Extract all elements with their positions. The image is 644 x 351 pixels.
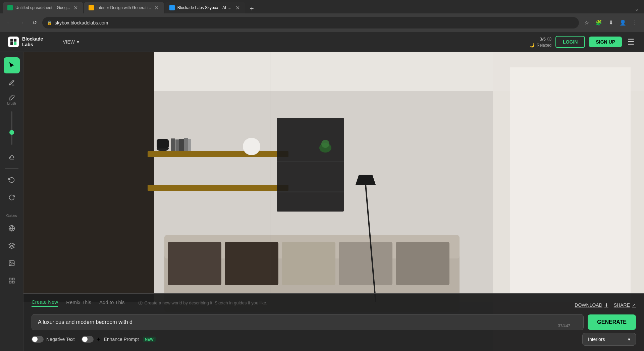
hamburger-menu-button[interactable]: ☰ (626, 36, 636, 48)
prompt-row: GENERATE (32, 314, 636, 330)
tab-collapse-button[interactable]: ⌄ (632, 4, 641, 13)
svg-rect-1 (14, 39, 16, 41)
tab-remix-this[interactable]: Remix This (66, 299, 91, 306)
tab-blockade-label: Blockade Labs Skybox – AI-G... (177, 5, 232, 10)
docs-favicon (89, 5, 94, 10)
view-label: VIEW (63, 39, 75, 45)
svg-rect-30 (277, 118, 344, 212)
quota-count: 3/5 ⓘ (540, 36, 551, 42)
tab-add-to-this[interactable]: Add to This (99, 299, 125, 306)
tool-grid[interactable] (4, 273, 20, 289)
quota-info-icon[interactable]: ⓘ (547, 36, 551, 42)
tool-brush[interactable]: Brush (4, 92, 20, 107)
style-chevron-icon: ▾ (628, 337, 630, 342)
style-label: Interiors (588, 337, 605, 342)
svg-rect-23 (175, 139, 179, 151)
tool-pen[interactable] (4, 75, 20, 91)
browser-chrome: Untitled spreadsheet – Goog... ✕ Interio… (0, 0, 644, 32)
download-icon: ⬇ (604, 302, 608, 308)
negative-text-toggle[interactable] (32, 336, 44, 343)
logo-text: Blockade Labs (22, 36, 43, 48)
svg-rect-3 (14, 42, 16, 45)
svg-rect-37 (168, 242, 221, 285)
svg-rect-25 (184, 138, 188, 151)
forward-button[interactable]: → (17, 18, 27, 28)
negative-text-group: Negative Text (32, 336, 75, 343)
brush-label: Brush (7, 102, 16, 105)
sidebar-separator-2 (5, 209, 18, 209)
undo-icon (8, 177, 15, 183)
download-nav-button[interactable]: ⬇ (606, 18, 616, 28)
login-button[interactable]: LOGIN (555, 36, 585, 48)
svg-rect-22 (171, 138, 175, 151)
tab-hint: ⓘ Create a new world by describing it. S… (138, 300, 267, 306)
tab-sheets[interactable]: Untitled spreadsheet – Goog... ✕ (3, 2, 83, 13)
tool-layers[interactable] (4, 238, 20, 254)
tab-blockade[interactable]: Blockade Labs Skybox – AI-G... ✕ (165, 2, 245, 13)
profile-button[interactable]: 👤 (618, 18, 628, 28)
view-chevron-icon: ▾ (77, 39, 79, 45)
tool-globe[interactable] (4, 220, 20, 236)
tool-image[interactable] (4, 255, 20, 271)
tab-bar: Untitled spreadsheet – Goog... ✕ Interio… (0, 0, 644, 13)
svg-point-8 (10, 262, 11, 263)
extensions-button[interactable]: 🧩 (594, 18, 604, 28)
svg-rect-12 (9, 281, 11, 283)
brush-size-slider[interactable] (11, 109, 12, 148)
app: Blockade Labs VIEW ▾ 3/5 ⓘ 🌙 Relaxed LOG… (0, 32, 644, 351)
enhance-prompt-toggle[interactable] (82, 336, 94, 343)
svg-rect-11 (12, 281, 14, 283)
quota-moon-icon: 🌙 (530, 43, 535, 48)
svg-marker-6 (9, 243, 14, 246)
svg-rect-32 (277, 191, 344, 192)
reload-button[interactable]: ↺ (30, 18, 40, 28)
download-label: DOWNLOAD (575, 302, 602, 308)
brush-icon (8, 94, 15, 101)
tool-cursor[interactable] (4, 57, 20, 73)
enhance-prompt-group: ✦ Enhance Prompt NEW (82, 336, 156, 343)
tab-sheets-label: Untitled spreadsheet – Goog... (15, 5, 70, 10)
tool-eraser[interactable] (4, 149, 20, 165)
topbar: Blockade Labs VIEW ▾ 3/5 ⓘ 🌙 Relaxed LOG… (0, 32, 644, 52)
address-bar[interactable]: 🔒 skybox.blockadelabs.com (42, 17, 579, 28)
nav-actions: ☆ 🧩 ⬇ 👤 ⋮ (582, 18, 640, 28)
sheets-favicon (7, 5, 13, 10)
tab-blockade-close[interactable]: ✕ (235, 4, 240, 12)
svg-rect-26 (188, 139, 191, 151)
back-button[interactable]: ← (4, 18, 14, 28)
view-button[interactable]: VIEW ▾ (59, 37, 83, 47)
hint-icon: ⓘ (138, 300, 143, 306)
style-selector[interactable]: Interiors ▾ (582, 333, 636, 346)
new-tab-button[interactable]: + (247, 4, 257, 13)
bookmark-button[interactable]: ☆ (582, 18, 592, 28)
enhance-icon: ✦ (96, 336, 101, 343)
address-text: skybox.blockadelabs.com (55, 20, 108, 25)
logo-icon (8, 37, 19, 47)
signup-button[interactable]: SIGN UP (589, 37, 622, 47)
tab-docs[interactable]: Interior Design with Generati... ✕ (84, 2, 164, 13)
bottom-tabs: Create New Remix This Add to This ⓘ Crea… (32, 299, 267, 307)
prompt-counter: 37/447 (558, 324, 570, 328)
globe-icon (8, 225, 15, 232)
cursor-icon (8, 62, 15, 69)
svg-point-29 (243, 138, 260, 155)
tab-sheets-close[interactable]: ✕ (73, 4, 78, 12)
share-button[interactable]: SHARE ↗ (614, 302, 636, 308)
prompt-input[interactable] (32, 314, 584, 330)
nav-bar: ← → ↺ 🔒 skybox.blockadelabs.com ☆ 🧩 ⬇ 👤 … (0, 13, 644, 32)
negative-text-label: Negative Text (46, 337, 75, 342)
tool-redo[interactable] (4, 189, 20, 206)
browser-menu-button[interactable]: ⋮ (630, 18, 640, 28)
tab-docs-close[interactable]: ✕ (154, 4, 159, 12)
svg-rect-20 (148, 151, 288, 157)
share-icon: ↗ (632, 302, 636, 308)
generate-button[interactable]: GENERATE (588, 314, 636, 330)
image-icon (8, 260, 15, 267)
enhance-prompt-label: Enhance Prompt (104, 337, 139, 342)
layers-icon (8, 242, 15, 249)
tab-create-new[interactable]: Create New (32, 299, 58, 307)
canvas-area: Create New Remix This Add to This ⓘ Crea… (23, 52, 644, 351)
tool-undo[interactable] (4, 172, 20, 188)
download-button[interactable]: DOWNLOAD ⬇ (575, 302, 608, 308)
svg-rect-39 (282, 242, 335, 285)
